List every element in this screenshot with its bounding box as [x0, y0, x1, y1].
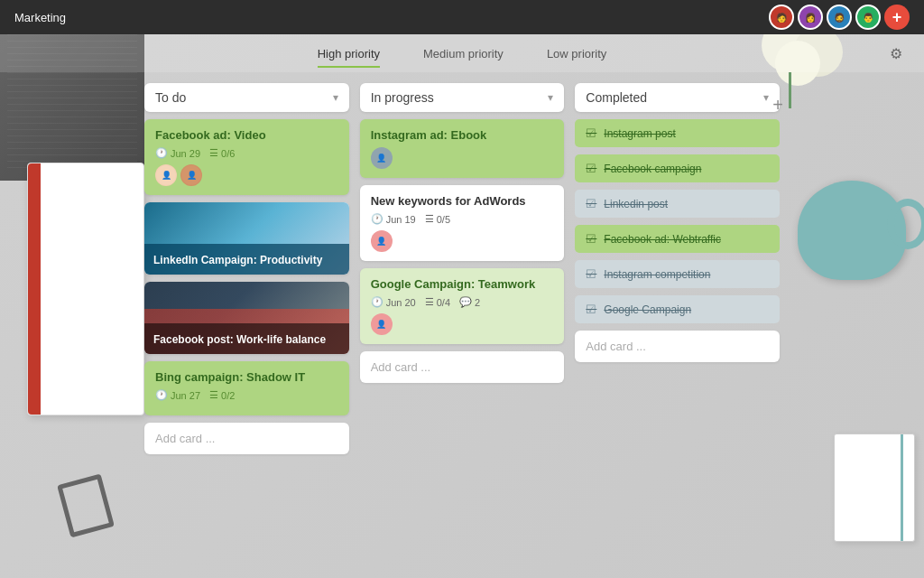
completed-item-facebook-webtraffic[interactable]: ☑ Facebook ad: Webtraffic [575, 225, 780, 253]
card-avatars: 👤 [371, 313, 554, 335]
card-date: 🕐 Jun 29 [155, 147, 200, 159]
column-completed-title: Completed [586, 90, 647, 105]
card-title: LinkedIn Campaign: Productivity [153, 254, 322, 266]
tab-low-priority[interactable]: Low priority [525, 40, 628, 68]
card-facebook-video[interactable]: Facebook ad: Video 🕐 Jun 29 ☰ 0/6 [144, 119, 349, 195]
card-avatar-1: 👤 [155, 164, 177, 186]
card-content: Google Campaign: Teamwork 🕐 Jun 20 ☰ 0/4 [360, 268, 565, 344]
card-avatar-1: 👤 [371, 230, 393, 252]
list-icon: ☰ [425, 296, 434, 308]
completed-item-linkedin-post[interactable]: ☑ Linkedin post [575, 190, 780, 218]
list-icon: ☰ [425, 213, 434, 225]
card-title: Facebook ad: Video [155, 128, 338, 142]
column-todo-body: Facebook ad: Video 🕐 Jun 29 ☰ 0/6 [144, 119, 349, 415]
card-meta: 🕐 Jun 27 ☰ 0/2 [155, 389, 338, 401]
column-todo-title: To do [155, 90, 186, 105]
completed-item-label: Linkedin post [604, 198, 668, 210]
avatar-user-3[interactable]: 🧔 [827, 5, 852, 30]
card-date: 🕐 Jun 20 [371, 296, 416, 308]
clock-icon: 🕐 [155, 389, 168, 401]
card-title: Google Campaign: Teamwork [371, 277, 554, 291]
card-checklist: ☰ 0/2 [209, 389, 235, 401]
avatar-user-1[interactable]: 🧑 [769, 5, 794, 30]
check-icon: ☑ [586, 267, 596, 281]
card-google-teamwork[interactable]: Google Campaign: Teamwork 🕐 Jun 20 ☰ 0/4 [360, 268, 565, 344]
column-todo-header[interactable]: To do ▾ [144, 83, 349, 112]
card-title: Facebook post: Work-life balance [153, 333, 326, 346]
card-checklist: ☰ 0/6 [209, 147, 235, 159]
avatar-user-2[interactable]: 👩 [798, 5, 823, 30]
priority-tabs: High priority Medium priority Low priori… [0, 34, 924, 72]
completed-item-google-campaign[interactable]: ☑ Google Campaign [575, 295, 780, 323]
completed-item-facebook-campaign[interactable]: ☑ Facebook campaign [575, 154, 780, 182]
card-avatar-2: 👤 [180, 164, 202, 186]
completed-item-instagram-post[interactable]: ☑ Instagram post [575, 119, 780, 147]
check-icon: ☑ [586, 162, 596, 175]
card-comments: 💬 2 [459, 296, 480, 308]
card-title: Bing campaign: Shadow IT [155, 370, 338, 384]
completed-item-label: Instagram competition [604, 268, 710, 281]
card-linkedin-campaign[interactable]: LinkedIn Campaign: Productivity [144, 202, 349, 275]
settings-button[interactable]: ⚙ [890, 45, 902, 62]
card-bing-campaign[interactable]: Bing campaign: Shadow IT 🕐 Jun 27 ☰ 0/2 [144, 361, 349, 415]
card-avatar-1: 👤 [371, 313, 393, 335]
card-meta: 🕐 Jun 19 ☰ 0/5 [371, 213, 554, 225]
card-avatars: 👤 👤 [155, 164, 338, 186]
column-completed-header[interactable]: Completed ▾ [575, 83, 780, 112]
column-inprogress-header[interactable]: In progress ▾ [360, 83, 565, 112]
card-date: 🕐 Jun 27 [155, 389, 200, 401]
check-icon: ☑ [586, 197, 596, 210]
card-meta: 🕐 Jun 29 ☰ 0/6 [155, 147, 338, 159]
add-member-button[interactable]: + [884, 5, 910, 30]
app-container: Marketing 🧑 👩 🧔 👨 + High priority Medium… [0, 0, 924, 578]
avatar-group: 🧑 👩 🧔 👨 + [769, 5, 910, 30]
completed-item-label: Facebook ad: Webtraffic [604, 233, 721, 246]
topbar: Marketing 🧑 👩 🧔 👨 + [0, 0, 924, 34]
card-avatar-1: 👤 [371, 147, 393, 169]
add-card-completed[interactable]: Add card ... [575, 331, 780, 362]
column-inprogress: In progress ▾ Instagram ad: Ebook 👤 [360, 83, 565, 383]
card-content: Bing campaign: Shadow IT 🕐 Jun 27 ☰ 0/2 [144, 361, 349, 415]
tab-medium-priority[interactable]: Medium priority [402, 40, 525, 68]
column-completed-body: ☑ Instagram post ☑ Facebook campaign ☑ L… [575, 119, 780, 323]
clock-icon: 🕐 [155, 147, 168, 159]
card-image-facebook: Facebook post: Work-life balance [144, 282, 349, 354]
add-card-todo[interactable]: Add card ... [144, 423, 349, 454]
card-content: Facebook ad: Video 🕐 Jun 29 ☰ 0/6 [144, 119, 349, 195]
completed-item-label: Instagram post [604, 127, 675, 140]
card-instagram-ebook[interactable]: Instagram ad: Ebook 👤 [360, 119, 565, 178]
list-icon: ☰ [209, 147, 218, 159]
card-content: New keywords for AdWords 🕐 Jun 19 ☰ 0/5 [360, 185, 565, 261]
card-checklist: ☰ 0/4 [425, 296, 450, 308]
card-checklist: ☰ 0/5 [425, 213, 450, 225]
kanban-board: + To do ▾ Facebook ad: Video 🕐 Jun 29 [0, 72, 924, 578]
card-image-linkedin: LinkedIn Campaign: Productivity [144, 202, 349, 275]
card-new-keywords[interactable]: New keywords for AdWords 🕐 Jun 19 ☰ 0/5 [360, 185, 565, 261]
card-facebook-post[interactable]: Facebook post: Work-life balance [144, 282, 349, 354]
app-title: Marketing [14, 11, 66, 24]
check-icon: ☑ [586, 126, 596, 140]
add-card-inprogress[interactable]: Add card ... [360, 351, 565, 383]
card-title: Instagram ad: Ebook [371, 128, 554, 142]
completed-item-instagram-competition[interactable]: ☑ Instagram competition [575, 260, 780, 288]
column-inprogress-title: In progress [371, 90, 434, 105]
card-date: 🕐 Jun 19 [371, 213, 416, 225]
card-avatars: 👤 [371, 147, 554, 169]
tab-high-priority[interactable]: High priority [296, 40, 402, 68]
list-icon: ☰ [209, 389, 218, 401]
column-todo: To do ▾ Facebook ad: Video 🕐 Jun 29 [144, 83, 349, 454]
card-meta: 🕐 Jun 20 ☰ 0/4 💬 2 [371, 296, 554, 308]
check-icon: ☑ [586, 303, 596, 316]
column-inprogress-body: Instagram ad: Ebook 👤 New keywords for A… [360, 119, 565, 344]
card-content: Instagram ad: Ebook 👤 [360, 119, 565, 178]
column-completed: Completed ▾ ☑ Instagram post ☑ Facebook … [575, 83, 780, 362]
add-column-button[interactable]: + [765, 92, 790, 117]
avatar-user-4[interactable]: 👨 [855, 5, 881, 30]
comment-icon: 💬 [459, 296, 472, 308]
card-avatars: 👤 [371, 230, 554, 252]
clock-icon: 🕐 [371, 213, 383, 225]
chevron-down-icon: ▾ [333, 91, 338, 104]
chevron-down-icon: ▾ [548, 91, 553, 104]
clock-icon: 🕐 [371, 296, 383, 308]
completed-item-label: Facebook campaign [604, 163, 701, 175]
